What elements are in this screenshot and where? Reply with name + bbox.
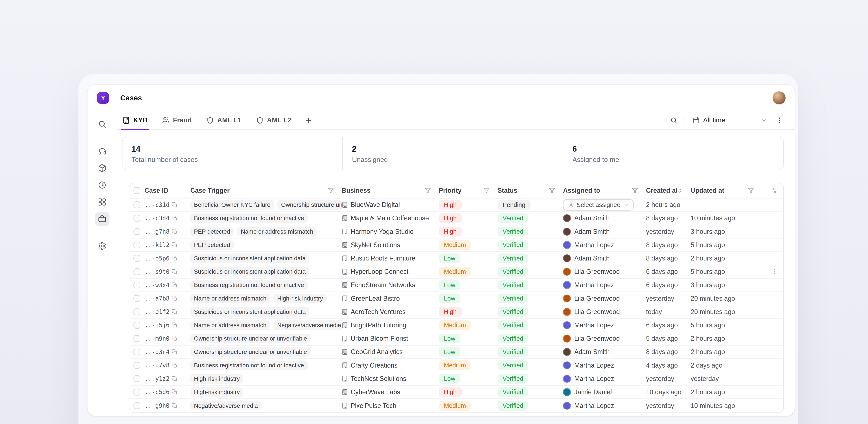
copy-icon[interactable] <box>172 309 177 315</box>
table-row[interactable]: ..-g9h0Negative/adverse mediaPixelPulse … <box>129 399 783 412</box>
table-row[interactable]: ..-u7v8Business registration not found o… <box>129 359 783 372</box>
filter-icon[interactable] <box>549 188 555 194</box>
business-name: Rustic Roots Furniture <box>351 255 415 262</box>
row-checkbox[interactable] <box>133 241 140 249</box>
tab-kyb[interactable]: KYB <box>121 111 149 129</box>
add-tab-button[interactable] <box>305 117 312 124</box>
row-checkbox[interactable] <box>133 268 140 275</box>
tab-fraud[interactable]: Fraud <box>161 111 193 129</box>
assignee-name: Adam Smith <box>574 255 610 262</box>
table-row[interactable]: ..-w3x4Business registration not found o… <box>129 279 783 292</box>
row-checkbox[interactable] <box>133 228 140 235</box>
copy-icon[interactable] <box>172 322 177 328</box>
filter-icon[interactable] <box>748 188 754 194</box>
select-assignee-button[interactable]: Select assignee <box>563 199 634 210</box>
row-menu-icon[interactable] <box>771 268 778 275</box>
table-row[interactable]: ..-i5j6Name or address mismatchNegative/… <box>129 319 783 332</box>
table-row[interactable]: ..-m9n0Ownership structure unclear or un… <box>129 332 783 346</box>
business-name: TechNest Solutions <box>351 375 406 383</box>
table-row[interactable]: ..-q3r4Ownership structure unclear or un… <box>129 346 783 359</box>
table-row[interactable]: ..-c31dBeneficial Owner KYC failureOwner… <box>129 198 783 212</box>
copy-icon[interactable] <box>172 376 177 382</box>
table-row[interactable]: ..-e1f2Suspicious or inconsistent applic… <box>129 305 783 319</box>
copy-icon[interactable] <box>172 242 177 248</box>
table-row[interactable]: ..-k1l2PEP detectedSkyNet SolutionsMediu… <box>129 238 783 252</box>
row-checkbox[interactable] <box>133 215 140 222</box>
created-cell: 10 days ago <box>646 388 690 396</box>
tab-aml-l1[interactable]: AML L1 <box>205 111 243 129</box>
filter-icon[interactable] <box>632 188 638 194</box>
user-icon <box>568 202 574 208</box>
sidebar-item-clock[interactable] <box>95 178 110 192</box>
filter-icon[interactable] <box>425 188 431 194</box>
sidebar-item-package[interactable] <box>95 161 110 175</box>
sort-icon[interactable] <box>677 188 683 194</box>
checkbox-cell <box>129 255 145 262</box>
copy-icon[interactable] <box>172 336 177 341</box>
table-row[interactable]: ..-o5p6Suspicious or inconsistent applic… <box>129 252 783 265</box>
table-row[interactable]: ..-a7b8Name or address mismatchHigh-risk… <box>129 292 783 305</box>
sidebar-item-grid[interactable] <box>95 195 110 209</box>
toolbar-menu-button[interactable] <box>772 113 787 127</box>
priority-cell: Low <box>439 254 497 263</box>
row-checkbox[interactable] <box>133 389 140 395</box>
column-settings-icon[interactable] <box>771 187 778 194</box>
case-trigger-cell: Business registration not found or inact… <box>190 214 342 223</box>
copy-icon[interactable] <box>172 229 177 234</box>
case-trigger-cell: High-risk industry <box>190 374 342 384</box>
status-cell: Verified <box>497 374 563 384</box>
status-badge: Verified <box>497 360 528 370</box>
trigger-tag: Negative/adverse media <box>274 320 342 330</box>
priority-cell: Medium <box>439 240 497 250</box>
checkbox-cell <box>129 228 145 235</box>
case-id: ..-c5d6 <box>145 389 169 395</box>
filter-icon[interactable] <box>484 188 490 194</box>
copy-icon[interactable] <box>172 296 177 301</box>
sidebar-search-button[interactable] <box>95 117 110 131</box>
copy-icon[interactable] <box>172 216 177 221</box>
copy-icon[interactable] <box>172 282 177 288</box>
assignee-avatar <box>563 241 571 249</box>
sidebar-settings-button[interactable] <box>95 239 110 253</box>
row-checkbox[interactable] <box>133 322 140 329</box>
table-row[interactable]: ..-s9t0Suspicious or inconsistent applic… <box>129 265 783 279</box>
sidebar-item-briefcase[interactable] <box>95 211 110 226</box>
business-name: HyperLoop Connect <box>351 268 408 275</box>
row-checkbox[interactable] <box>133 308 140 315</box>
toolbar-search-button[interactable] <box>666 113 681 127</box>
user-avatar[interactable] <box>773 91 785 104</box>
time-range-value: All time <box>703 116 758 124</box>
status-cell: Verified <box>497 347 563 357</box>
sidebar-item-headset[interactable] <box>95 144 110 159</box>
row-checkbox[interactable] <box>133 402 140 409</box>
row-checkbox[interactable] <box>133 201 140 208</box>
checkbox-cell <box>129 268 145 275</box>
table-row[interactable]: ..-c5d6High-risk industryCyberWave LabsH… <box>129 386 783 399</box>
row-checkbox[interactable] <box>133 335 140 342</box>
copy-icon[interactable] <box>172 362 177 368</box>
copy-icon[interactable] <box>172 202 177 208</box>
created-cell: 5 days ago <box>646 335 690 343</box>
trigger-tag: Suspicious or inconsistent application d… <box>190 267 309 276</box>
time-range-select[interactable]: All time <box>688 113 772 127</box>
row-checkbox[interactable] <box>133 375 140 382</box>
priority-badge: Low <box>439 347 460 357</box>
row-checkbox[interactable] <box>133 282 140 289</box>
copy-icon[interactable] <box>172 256 177 261</box>
row-checkbox[interactable] <box>133 349 140 356</box>
filter-icon[interactable] <box>328 188 334 194</box>
status-cell: Verified <box>497 293 563 303</box>
copy-icon[interactable] <box>172 349 177 355</box>
row-checkbox[interactable] <box>133 362 140 369</box>
table-row[interactable]: ..-y1z2High-risk industryTechNest Soluti… <box>129 372 783 386</box>
tab-aml-l2[interactable]: AML L2 <box>255 111 292 129</box>
table-row[interactable]: ..-c3d4Business registration not found o… <box>129 212 783 225</box>
copy-icon[interactable] <box>172 389 177 395</box>
case-id-cell: ..-c3d4 <box>145 215 190 222</box>
copy-icon[interactable] <box>172 403 177 409</box>
copy-icon[interactable] <box>172 269 177 274</box>
select-all-checkbox[interactable] <box>133 187 140 194</box>
table-row[interactable]: ..-g7h8PEP detectedName or address misma… <box>129 225 783 238</box>
row-checkbox[interactable] <box>133 295 140 302</box>
row-checkbox[interactable] <box>133 255 140 262</box>
